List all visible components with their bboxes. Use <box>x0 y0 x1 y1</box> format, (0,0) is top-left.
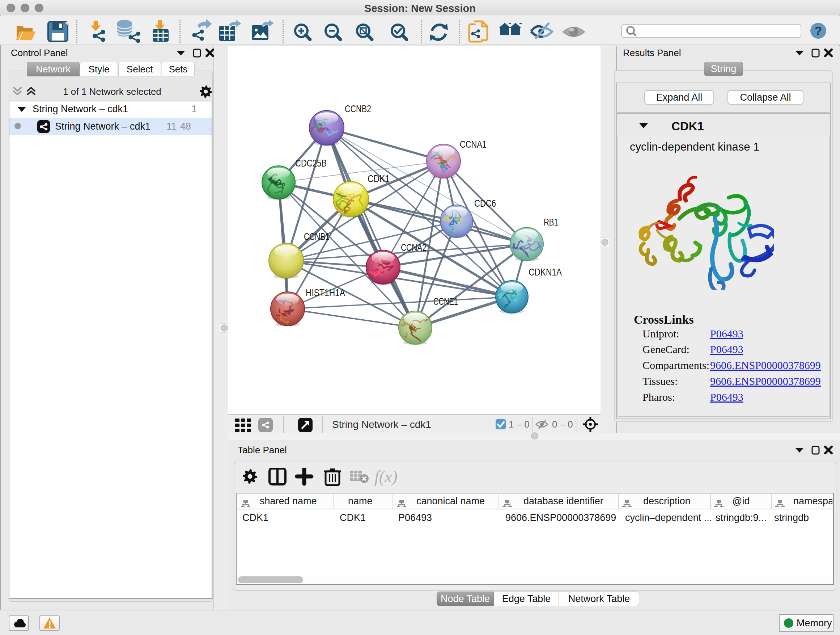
svg-text:CCNB1: CCNB1 <box>304 231 330 242</box>
svg-text:0 – 0: 0 – 0 <box>552 419 573 430</box>
svg-text:1 – 0: 1 – 0 <box>508 419 530 430</box>
svg-text:f(x): f(x) <box>374 468 398 486</box>
svg-text:CDKN1A: CDKN1A <box>529 266 562 278</box>
svg-text:?: ? <box>815 24 822 38</box>
svg-text:CDC25B: CDC25B <box>295 157 327 169</box>
svg-text:HIST1H1A: HIST1H1A <box>306 287 345 298</box>
svg-text:CCNA1: CCNA1 <box>460 139 486 150</box>
svg-text:CCNE1: CCNE1 <box>433 296 458 307</box>
svg-text:CCNA2: CCNA2 <box>401 242 426 253</box>
svg-text:CDC6: CDC6 <box>474 198 496 209</box>
svg-text:CCNB2: CCNB2 <box>345 103 371 114</box>
svg-text:CDK1: CDK1 <box>368 173 390 184</box>
svg-text:RB1: RB1 <box>544 217 558 228</box>
